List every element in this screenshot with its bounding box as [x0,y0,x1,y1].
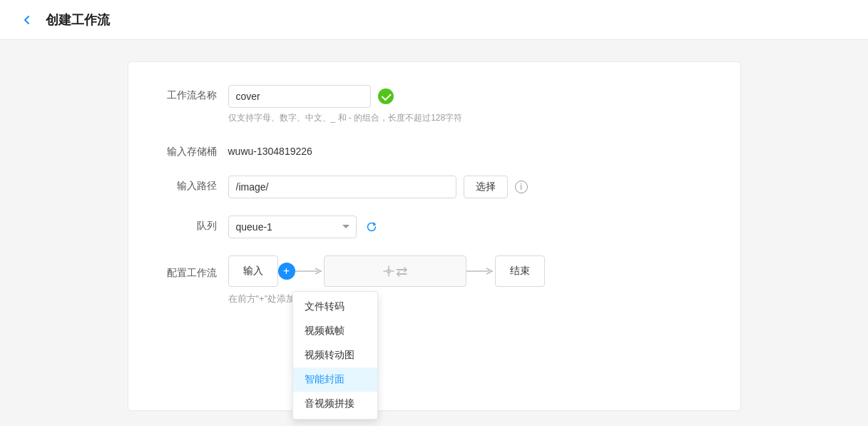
page-header: 创建工作流 [0,0,868,40]
add-node-button[interactable]: + [278,263,295,280]
dropdown-item-3[interactable]: 智能封面 [293,367,377,392]
select-button[interactable]: 选择 [464,176,508,198]
input-bucket-row: 输入存储桶 wuwu-1304819226 [157,141,712,158]
input-bucket-label: 输入存储桶 [157,141,228,158]
main-content: 工作流名称 仅支持字母、数字、中文、_ 和 - 的组合，长度不超过128字符 输… [0,40,868,426]
input-path-input[interactable] [228,176,456,198]
input-path-label: 输入路径 [157,176,228,193]
workflow-name-hint: 仅支持字母、数字、中文、_ 和 - 的组合，长度不超过128字符 [228,112,712,124]
dropdown-menu: 文件转码 视频截帧 视频转动图 智能封面 音视频拼接 [292,291,378,420]
arrow-icon-2 [466,264,495,278]
node-end: 结束 [495,255,545,287]
queue-row: 队列 queue-1 [157,215,712,238]
input-path-content: 选择 i [228,176,712,198]
check-icon [378,88,394,104]
workflow-name-input[interactable] [228,85,371,108]
input-bucket-content: wuwu-1304819226 [228,141,712,157]
config-workflow-label: 配置工作流 [157,255,228,280]
workflow-name-input-row [228,85,712,108]
dropdown-item-2[interactable]: 视频转动图 [293,343,377,367]
info-icon[interactable]: i [515,181,528,193]
refresh-icon[interactable] [364,219,379,235]
workflow-nodes: 输入 + [228,255,712,287]
middle-node[interactable]: ⇄ [324,255,466,287]
input-bucket-value: wuwu-1304819226 [228,141,712,157]
dropdown-item-0[interactable]: 文件转码 [293,295,377,319]
workflow-name-content: 仅支持字母、数字、中文、_ 和 - 的组合，长度不超过128字符 [228,85,712,124]
workflow-area: 输入 + [228,255,712,305]
config-workflow-row: 配置工作流 输入 + [157,255,712,305]
queue-content: queue-1 [228,215,712,238]
dropdown-item-1[interactable]: 视频截帧 [293,319,377,343]
input-path-row: 输入路径 选择 i [157,176,712,198]
queue-input-row: queue-1 [228,215,712,238]
queue-select[interactable]: queue-1 [228,215,357,238]
workflow-name-row: 工作流名称 仅支持字母、数字、中文、_ 和 - 的组合，长度不超过128字符 [157,85,712,124]
arrow-icon [295,264,324,278]
form-panel: 工作流名称 仅支持字母、数字、中文、_ 和 - 的组合，长度不超过128字符 输… [128,61,741,411]
input-path-input-row: 选择 i [228,176,712,198]
page-title: 创建工作流 [46,11,110,29]
back-button[interactable] [17,10,37,30]
node-start: 输入 [228,255,278,287]
workflow-name-label: 工作流名称 [157,85,228,102]
queue-label: 队列 [157,215,228,233]
dropdown-item-4[interactable]: 音视频拼接 [293,392,377,416]
